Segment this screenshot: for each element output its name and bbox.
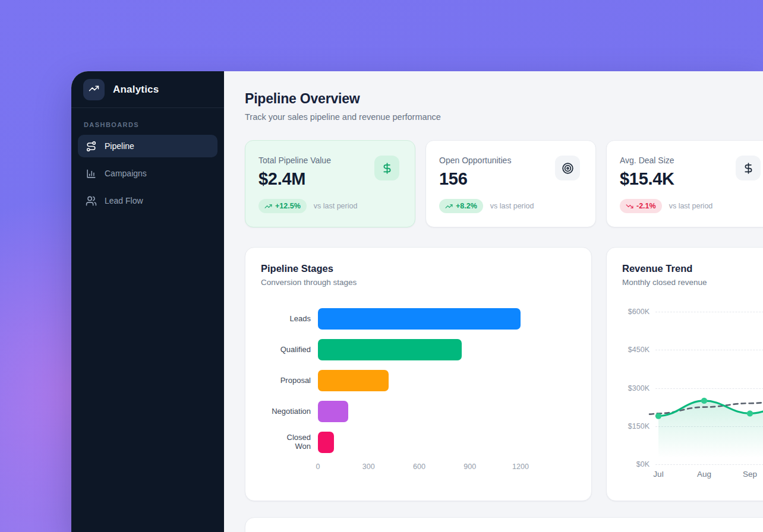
sidebar-header: Analytics	[71, 71, 224, 108]
target-icon	[555, 156, 580, 180]
x-tick-label: 1200	[512, 463, 529, 471]
bar-track	[318, 370, 576, 391]
sidebar-item-label: Pipeline	[105, 141, 134, 151]
bar-qualified	[318, 339, 462, 360]
y-tick-label: $0K	[622, 460, 650, 468]
bar-category-label: Closed Won	[261, 433, 311, 451]
revenue-trend-card: Revenue Trend Monthly closed revenue $60…	[606, 247, 763, 501]
kpi-change-badge: +8.2%	[439, 199, 483, 213]
sidebar-item-campaigns[interactable]: Campaigns	[78, 162, 217, 185]
dollar-icon	[736, 156, 761, 180]
app-logo	[83, 79, 105, 100]
bar-track	[318, 339, 576, 360]
x-tick-label: 300	[362, 463, 375, 471]
bar-category-label: Leads	[261, 315, 311, 324]
route-icon	[86, 141, 97, 152]
bar-proposal	[318, 370, 389, 391]
data-point	[655, 413, 661, 419]
page-subtitle: Track your sales pipeline and revenue pe…	[245, 112, 763, 122]
x-tick-label: 0	[316, 463, 320, 471]
desktop-background: { "app": { "name": "Analytics" }, "sideb…	[0, 0, 763, 532]
sidebar-section-label: DASHBOARDS	[78, 121, 217, 128]
kpi-footer: +8.2%vs last period	[439, 199, 582, 213]
bar-chart-icon	[86, 168, 97, 179]
y-tick-label: $150K	[622, 422, 650, 430]
trending-up-icon	[264, 202, 272, 210]
pipeline-stages-card: Pipeline Stages Conversion through stage…	[245, 247, 592, 501]
y-tick-label: $450K	[622, 346, 650, 354]
page-title: Pipeline Overview	[245, 91, 763, 107]
sidebar-nav: DASHBOARDS PipelineCampaignsLead Flow	[71, 108, 224, 227]
users-icon	[86, 195, 97, 207]
bar-row-qualified: Qualified	[261, 339, 576, 360]
kpi-row: Total Pipeline Value$2.4M+12.5%vs last p…	[245, 140, 763, 227]
line-chart-svg	[655, 302, 763, 480]
sidebar-item-label: Campaigns	[105, 169, 147, 178]
kpi-note: vs last period	[669, 202, 713, 210]
kpi-card-open-opportunities: Open Opportunities156+8.2%vs last period	[425, 140, 596, 227]
bar-category-label: Negotiation	[261, 407, 311, 416]
card-title: Pipeline Stages	[261, 263, 576, 274]
bar-category-label: Proposal	[261, 376, 311, 385]
bar-leads	[318, 308, 521, 330]
kpi-card-avg-deal-size: Avg. Deal Size$15.4K-2.1%vs last period	[606, 140, 763, 227]
sidebar-item-label: Lead Flow	[105, 196, 143, 205]
kpi-note: vs last period	[490, 202, 534, 210]
bar-chart-x-axis: 03006009001200	[318, 463, 523, 473]
y-tick-label: $600K	[622, 308, 650, 316]
trending-up-icon	[445, 202, 453, 210]
sidebar-item-pipeline[interactable]: Pipeline	[78, 135, 217, 157]
bar-closed-won	[318, 432, 334, 453]
kpi-footer: +12.5%vs last period	[258, 199, 402, 213]
trending-up-icon	[89, 83, 99, 96]
line-chart: $600K$450K$300K$150K$0KJulAugSep	[622, 302, 763, 480]
bar-row-closed-won: Closed Won	[261, 432, 576, 453]
card-subtitle: Conversion through stages	[261, 278, 576, 287]
app-title: Analytics	[113, 84, 159, 96]
kpi-note: vs last period	[314, 202, 358, 210]
data-point	[701, 398, 707, 404]
revenue-area	[658, 401, 763, 464]
sidebar-item-lead-flow[interactable]: Lead Flow	[78, 189, 217, 212]
main-content: Pipeline Overview Track your sales pipel…	[224, 71, 763, 532]
x-tick-label: 900	[464, 463, 476, 471]
card-title: Revenue Trend	[622, 263, 763, 274]
bar-row-proposal: Proposal	[261, 370, 576, 391]
kpi-card-total-pipeline-value: Total Pipeline Value$2.4M+12.5%vs last p…	[245, 140, 415, 227]
kpi-change-badge: +12.5%	[258, 199, 307, 213]
sidebar: Analytics DASHBOARDS PipelineCampaignsLe…	[71, 71, 224, 532]
bar-chart: LeadsQualifiedProposalNegotiationClosed …	[261, 308, 576, 453]
kpi-change-badge: -2.1%	[620, 199, 662, 213]
charts-row: Pipeline Stages Conversion through stage…	[245, 247, 763, 501]
bar-track	[318, 401, 576, 422]
bottom-card	[245, 517, 763, 532]
y-tick-label: $300K	[622, 384, 650, 392]
card-subtitle: Monthly closed revenue	[622, 278, 763, 287]
bar-negotiation	[318, 401, 348, 422]
x-tick-label: 600	[413, 463, 425, 471]
bar-category-label: Qualified	[261, 346, 311, 354]
bar-row-negotiation: Negotiation	[261, 401, 576, 422]
sidebar-items: PipelineCampaignsLead Flow	[78, 135, 217, 212]
dollar-icon	[374, 156, 399, 180]
app-window: Analytics DASHBOARDS PipelineCampaignsLe…	[71, 71, 763, 532]
kpi-footer: -2.1%vs last period	[620, 199, 763, 213]
bar-track	[318, 308, 576, 330]
data-point	[747, 410, 753, 416]
trending-down-icon	[626, 202, 633, 210]
bar-track	[318, 432, 576, 453]
bar-row-leads: Leads	[261, 308, 576, 330]
